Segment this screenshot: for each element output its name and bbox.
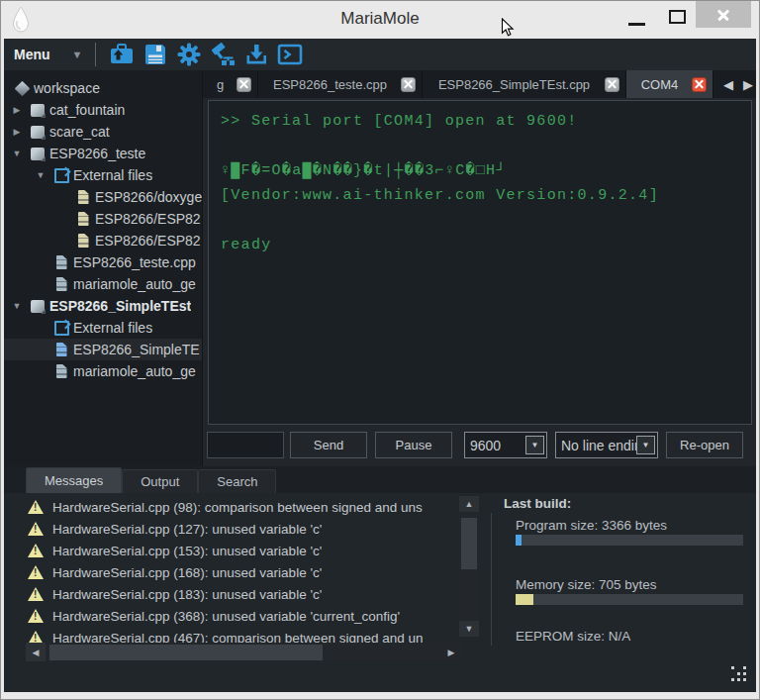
tab-close-button[interactable]: [401, 77, 416, 92]
minimize-button[interactable]: [620, 1, 654, 28]
tree-item-icon: [28, 297, 48, 315]
vertical-scroll-thumb[interactable]: [461, 518, 477, 569]
tab-close-button[interactable]: [237, 77, 251, 92]
tree-item[interactable]: External files: [4, 317, 202, 339]
messages-horizontal-scrollbar[interactable]: ◀ ▶: [26, 643, 461, 661]
tab-close-button[interactable]: [605, 77, 619, 92]
tree-item[interactable]: workspace: [4, 77, 202, 99]
editor-tab[interactable]: COM4: [626, 70, 713, 98]
message-row[interactable]: HardwareSerial.cpp (368): unused variabl…: [4, 605, 491, 627]
messages-vertical-scrollbar[interactable]: ▲ ▼: [459, 496, 479, 637]
bottom-panel: HardwareSerial.cpp (98): comparison betw…: [4, 493, 756, 692]
message-row[interactable]: HardwareSerial.cpp (153): unused variabl…: [4, 540, 491, 561]
open-icon[interactable]: [107, 41, 137, 68]
editor-tab[interactable]: g: [203, 70, 258, 98]
editor-tab[interactable]: ESP8266_SimpleTEst.cpp: [423, 70, 626, 98]
last-build-panel: Last build: Program size: 3366 bytes Mem…: [491, 493, 753, 692]
build-stat-label: EEPROM size: N/A: [516, 629, 743, 644]
scroll-up-icon[interactable]: ▲: [459, 496, 479, 512]
tree-item-icon: [73, 188, 93, 206]
line-ending-select[interactable]: No line ending ▼: [555, 432, 658, 458]
scroll-down-icon[interactable]: ▼: [459, 621, 479, 637]
tree-item[interactable]: ESP8266_SimpleTEst: [4, 295, 202, 317]
save-icon[interactable]: [141, 41, 170, 68]
scroll-left-icon[interactable]: ◀: [26, 643, 46, 661]
tree-item[interactable]: mariamole_auto_ge: [4, 360, 202, 382]
menu-button[interactable]: Menu: [14, 47, 50, 62]
reopen-button[interactable]: Re-open: [666, 432, 743, 458]
tree-expand-arrow-icon[interactable]: [30, 170, 51, 180]
message-row[interactable]: HardwareSerial.cpp (183): unused variabl…: [4, 583, 491, 605]
tree-item-icon: [51, 166, 71, 184]
menu-dropdown-arrow-icon[interactable]: ▼: [72, 49, 83, 60]
bottom-tab[interactable]: Search: [198, 469, 276, 493]
build-progress-track: [516, 594, 743, 605]
download-icon[interactable]: [241, 41, 271, 68]
tree-item[interactable]: External files: [4, 164, 202, 186]
tree-item-icon: [28, 101, 48, 119]
build-progress-fill: [516, 594, 533, 605]
editor-tab[interactable]: ESP8266_teste.cpp: [258, 70, 423, 98]
tree-expand-arrow-icon[interactable]: [6, 127, 28, 137]
scroll-right-icon[interactable]: ▶: [441, 643, 461, 661]
serial-monitor-output[interactable]: >> Serial port [COM4] open at 9600! ♀█F�…: [208, 100, 752, 425]
tree-item[interactable]: ESP8266_teste: [4, 143, 202, 164]
close-icon: [695, 80, 704, 89]
tree-expand-arrow-icon[interactable]: [6, 301, 28, 311]
tree-item[interactable]: scare_cat: [4, 121, 202, 143]
editor-tabbar: g ESP8266_teste.cpp ESP8266_SimpleTEst.c…: [203, 70, 756, 98]
tab-label: ESP8266_teste.cpp: [264, 77, 396, 92]
tree-item[interactable]: ESP8266_SimpleTE: [4, 339, 202, 360]
tree-item[interactable]: mariamole_auto_ge: [4, 273, 202, 295]
line-ending-value: No line ending: [556, 438, 636, 453]
warning-icon: [28, 609, 44, 623]
content-area: workspace cat_fountain scare_cat: [4, 70, 756, 692]
serial-line: [221, 208, 739, 233]
message-row[interactable]: HardwareSerial.cpp (98): comparison betw…: [4, 496, 491, 518]
toolbar: Menu ▼: [4, 39, 756, 70]
build-hammer-icon[interactable]: [208, 41, 238, 68]
tab-scroll-right-icon[interactable]: ▶: [738, 77, 758, 92]
warning-icon: [28, 500, 44, 514]
chevron-down-icon[interactable]: ▼: [525, 436, 544, 454]
horizontal-scroll-thumb[interactable]: [49, 645, 323, 660]
tree-expand-arrow-icon[interactable]: [6, 149, 28, 158]
maximize-button[interactable]: [660, 1, 694, 28]
message-row[interactable]: HardwareSerial.cpp (168): unused variabl…: [4, 561, 491, 583]
baud-rate-select[interactable]: 9600 ▼: [464, 432, 547, 458]
tab-scroll-left-icon[interactable]: ◀: [718, 77, 738, 92]
chevron-down-icon[interactable]: ▼: [636, 436, 655, 454]
settings-gear-icon[interactable]: [174, 41, 204, 68]
tree-item[interactable]: cat_fountain: [4, 99, 202, 121]
build-stat-label: Program size: 3366 bytes: [516, 518, 743, 533]
tab-label: COM4: [632, 77, 687, 92]
tree-expand-arrow-icon[interactable]: [6, 105, 28, 115]
message-text: HardwareSerial.cpp (368): unused variabl…: [52, 609, 400, 624]
send-button[interactable]: Send: [290, 432, 367, 458]
warning-icon: [28, 565, 44, 579]
bottom-tab[interactable]: Output: [122, 469, 198, 493]
tree-item[interactable]: ESP8266/doxyge: [4, 186, 202, 208]
titlebar[interactable]: MariaMole: [1, 1, 759, 39]
tree-item-icon: [28, 145, 48, 162]
tree-item-icon: [51, 275, 71, 293]
tab-label: g: [209, 77, 232, 92]
tree-item-label: mariamole_auto_ge: [73, 363, 196, 379]
serial-send-input[interactable]: [207, 432, 284, 458]
tab-close-button[interactable]: [692, 77, 707, 92]
serial-terminal-icon[interactable]: [275, 41, 305, 68]
tree-item[interactable]: ESP8266/ESP82: [4, 208, 202, 230]
close-button[interactable]: [696, 1, 751, 28]
bottom-tab[interactable]: Messages: [26, 467, 122, 493]
tree-item[interactable]: ESP8266_teste.cpp: [4, 251, 202, 273]
warning-icon: [28, 522, 44, 536]
message-text: HardwareSerial.cpp (153): unused variabl…: [52, 544, 322, 558]
tree-item[interactable]: ESP8266/ESP82: [4, 230, 202, 251]
resize-grip[interactable]: [731, 666, 747, 682]
close-icon: [239, 80, 248, 89]
tree-item-label: mariamole_auto_ge: [73, 276, 196, 292]
pause-button[interactable]: Pause: [375, 432, 452, 458]
message-row[interactable]: HardwareSerial.cpp (127): unused variabl…: [4, 518, 491, 540]
message-text: HardwareSerial.cpp (183): unused variabl…: [52, 587, 322, 602]
tree-item-label: ESP8266_teste: [49, 146, 145, 161]
